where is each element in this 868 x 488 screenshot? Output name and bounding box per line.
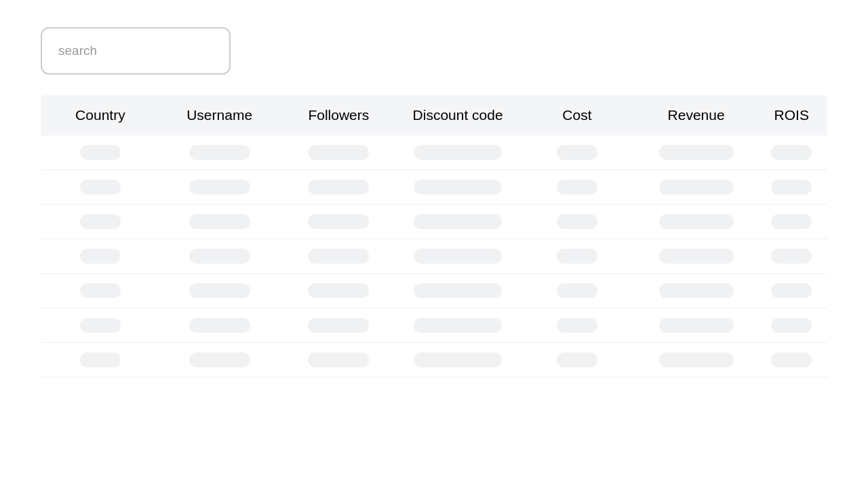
cell-username [160, 352, 279, 367]
cell-country [41, 318, 160, 333]
cell-country [41, 352, 160, 367]
cell-country [41, 180, 160, 195]
cell-username [160, 145, 279, 160]
header-followers: Followers [279, 107, 399, 123]
cell-country [41, 283, 160, 298]
cell-rois [756, 283, 827, 298]
table-row [41, 343, 827, 378]
header-country: Country [41, 107, 160, 123]
cell-country [41, 249, 160, 264]
cell-revenue [637, 249, 756, 264]
cell-revenue [637, 180, 756, 195]
cell-followers [279, 180, 399, 195]
header-cost: Cost [517, 107, 637, 123]
cell-discount [398, 318, 517, 333]
cell-revenue [637, 214, 756, 229]
cell-rois [756, 318, 827, 333]
cell-cost [517, 283, 637, 298]
cell-cost [517, 318, 637, 333]
cell-username [160, 180, 279, 195]
cell-rois [756, 352, 827, 367]
table-header: Country Username Followers Discount code… [41, 95, 827, 136]
search-container [41, 27, 827, 75]
table-row [41, 239, 827, 274]
header-revenue: Revenue [637, 107, 756, 123]
table-body [41, 136, 827, 378]
cell-discount [398, 180, 517, 195]
cell-discount [398, 214, 517, 229]
cell-followers [279, 249, 399, 264]
cell-cost [517, 249, 637, 264]
cell-rois [756, 145, 827, 160]
table-row [41, 136, 827, 170]
cell-followers [279, 214, 399, 229]
cell-discount [398, 145, 517, 160]
cell-followers [279, 352, 399, 367]
cell-cost [517, 352, 637, 367]
cell-revenue [637, 352, 756, 367]
header-discount-code: Discount code [398, 107, 517, 123]
cell-revenue [637, 283, 756, 298]
cell-username [160, 214, 279, 229]
cell-cost [517, 145, 637, 160]
cell-rois [756, 249, 827, 264]
cell-username [160, 318, 279, 333]
cell-country [41, 214, 160, 229]
cell-discount [398, 352, 517, 367]
table-row [41, 274, 827, 308]
cell-followers [279, 145, 399, 160]
cell-revenue [637, 318, 756, 333]
cell-followers [279, 318, 399, 333]
cell-revenue [637, 145, 756, 160]
table-container: Country Username Followers Discount code… [41, 95, 827, 378]
header-username: Username [160, 107, 279, 123]
header-rois: ROIS [756, 107, 827, 123]
cell-username [160, 249, 279, 264]
cell-cost [517, 180, 637, 195]
cell-rois [756, 180, 827, 195]
cell-country [41, 145, 160, 160]
table-row [41, 205, 827, 239]
cell-discount [398, 283, 517, 298]
table-row [41, 170, 827, 205]
cell-cost [517, 214, 637, 229]
cell-discount [398, 249, 517, 264]
cell-followers [279, 283, 399, 298]
cell-rois [756, 214, 827, 229]
cell-username [160, 283, 279, 298]
table-row [41, 308, 827, 343]
search-input[interactable] [41, 27, 231, 75]
